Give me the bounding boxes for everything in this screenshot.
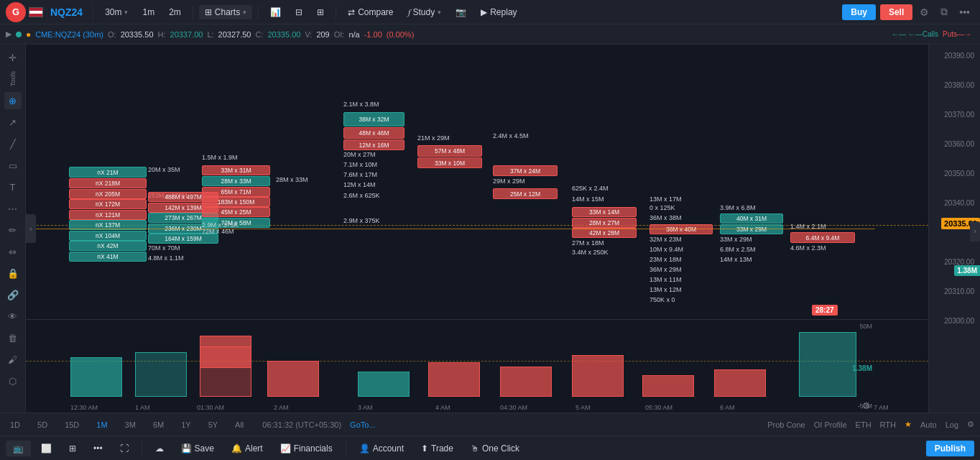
prob-cone-btn[interactable]: Prob Cone	[767, 420, 805, 429]
lock-tool[interactable]: 🔒	[4, 264, 22, 282]
layers-icon[interactable]: ⧉	[936, 4, 952, 20]
period-6m[interactable]: 6M	[149, 419, 168, 431]
sep2	[193, 5, 193, 19]
crosshair-tool[interactable]: ⊕	[4, 92, 22, 109]
trash-tool[interactable]: 🗑	[4, 329, 22, 346]
compare-btn[interactable]: ⇄ Compare	[342, 5, 399, 19]
period-5d[interactable]: 5D	[33, 419, 52, 431]
chart-settings-icon[interactable]: ⚙	[862, 400, 871, 411]
settings-icon[interactable]: ⚙	[915, 4, 933, 20]
link-tool[interactable]: 🔗	[4, 286, 22, 303]
layout-sq-icon: ⬜	[41, 443, 52, 454]
of-block: 45M x 25M	[202, 207, 270, 217]
period-1m[interactable]: 1M	[92, 419, 111, 431]
charts-menu-btn[interactable]: ⊞ Charts ▾	[199, 5, 252, 19]
rectangle-tool[interactable]: ▭	[4, 157, 22, 174]
expand-right-btn[interactable]: ›	[970, 221, 980, 242]
of-text: 2.1M x 3.8M	[343, 101, 379, 108]
magnet-tool[interactable]: ⬡	[4, 372, 22, 390]
left-sidebar: ✛ Tools ⊕ ↗ ╱ ▭ T ⋯ ✏ ⇔ 🔒 🔗 👁 🗑 🖌 ⬡	[0, 45, 26, 413]
text-tool[interactable]: T	[4, 178, 22, 196]
more-options-icon[interactable]: •••	[955, 4, 974, 20]
star-icon[interactable]: ★	[905, 420, 912, 429]
bar-type-btn[interactable]: 📊	[264, 5, 287, 19]
low-value: 20327.50	[218, 30, 251, 39]
arrow-tool[interactable]: ↗	[4, 114, 22, 131]
timer-badge: 28:27	[812, 305, 838, 316]
of-text: 14M x 13M	[720, 256, 752, 263]
period-1y[interactable]: 1Y	[177, 419, 195, 431]
oi-profile-btn[interactable]: OI Profile	[814, 420, 847, 429]
buy-button[interactable]: Buy	[842, 4, 876, 20]
price-20380: 20380.00	[944, 81, 977, 89]
bell-icon: 🔔	[231, 443, 242, 454]
measure-tool[interactable]: ⇔	[4, 243, 22, 260]
of-block: 33M x 14M	[572, 207, 637, 217]
brush-tool[interactable]: 🖌	[4, 351, 22, 368]
one-click-btn[interactable]: 🖱 One Click	[463, 441, 527, 456]
publish-btn[interactable]: Publish	[926, 441, 974, 456]
symbol-bar: ▶ ● CME:NQZ24 (30m) O: 20335.50 H: 20337…	[0, 24, 980, 45]
study-btn[interactable]: 𝑓 Study ▾	[402, 5, 448, 19]
layout-btn1[interactable]: ⊟	[290, 5, 308, 19]
change-value: -1.00	[364, 30, 382, 39]
symbol-exchange[interactable]: CME:NQZ24 (30m)	[35, 30, 103, 39]
more-icon-btn[interactable]: •••	[86, 441, 110, 456]
line-tool[interactable]: ╱	[4, 135, 22, 152]
replay-btn[interactable]: ▶ Replay	[475, 5, 522, 19]
of-text: 3.4M x 250K	[572, 249, 609, 256]
log-btn[interactable]: Log	[946, 420, 958, 429]
vol-bar-red3	[428, 362, 480, 397]
timeframe-2m-btn[interactable]: 2m	[163, 5, 187, 19]
expand-arrow-icon[interactable]: ▶	[6, 29, 11, 39]
eth-btn[interactable]: ETH	[856, 420, 872, 429]
timeframe-1m-btn[interactable]: 1m	[137, 5, 160, 19]
flag-icon	[29, 7, 43, 17]
cursor-tool[interactable]: ✛	[4, 49, 22, 66]
chart-canvas[interactable]: nX 21M nX 218M nX 205M nX 172M nX 121M n…	[26, 45, 928, 413]
layout-btn2[interactable]: ⊞	[311, 5, 330, 19]
period-all[interactable]: All	[231, 419, 248, 431]
fullscreen-btn[interactable]: ⛶	[113, 441, 136, 456]
rth-btn[interactable]: RTH	[880, 420, 896, 429]
timeframe-30m-btn[interactable]: 30m ▾	[99, 5, 134, 19]
sell-button[interactable]: Sell	[880, 4, 912, 20]
of-text: 12M x 14M	[343, 181, 376, 188]
of-text: 20M x 35M	[148, 166, 180, 173]
account-btn[interactable]: 👤 Account	[352, 441, 411, 456]
alert-btn[interactable]: 🔔 Alert	[224, 441, 270, 456]
period-5y[interactable]: 5Y	[204, 419, 222, 431]
screenshot-btn[interactable]: 📷	[450, 5, 472, 19]
close-value: 20335.00	[267, 30, 300, 39]
logo-button[interactable]: G	[6, 2, 26, 22]
of-text: 36M x 38M	[650, 214, 682, 221]
layout-icon-btn[interactable]: ⬜	[34, 441, 59, 456]
auto-btn[interactable]: Auto	[920, 420, 937, 429]
pencil-tool[interactable]: ✏	[4, 221, 22, 239]
grid-icon-btn[interactable]: ⊞	[62, 441, 83, 456]
vol-bar-red1	[200, 336, 251, 368]
tv-icon-btn[interactable]: 📺	[6, 441, 31, 456]
period-1d[interactable]: 1D	[6, 419, 24, 431]
price-axis: 20390.00 20380.00 20370.00 20360.00 2035…	[928, 45, 980, 413]
sep2	[346, 441, 346, 456]
eye-tool[interactable]: 👁	[4, 308, 22, 325]
of-text: 13M x 12M	[650, 286, 682, 293]
collapse-left-btn[interactable]: ‹	[26, 214, 36, 243]
trade-btn[interactable]: ⬆ Trade	[414, 441, 461, 456]
vol-bar-red6	[642, 375, 694, 397]
cloud-icon-btn[interactable]: ☁	[148, 441, 171, 456]
of-block: 33M x 10M	[417, 157, 482, 168]
financials-btn[interactable]: 📈 Financials	[273, 441, 340, 456]
period-3m[interactable]: 3M	[121, 419, 140, 431]
vol-bar-red5	[572, 355, 624, 397]
save-btn[interactable]: 💾 Save	[174, 441, 221, 456]
symbol-label[interactable]: NQZ24	[50, 6, 83, 18]
goto-button[interactable]: GoTo...	[350, 420, 375, 429]
period-15d[interactable]: 15D	[60, 419, 83, 431]
dotted-line-tool[interactable]: ⋯	[4, 200, 22, 217]
of-block: nX 104M	[69, 231, 147, 241]
timestamp-label: 06:31:32 (UTC+05:30)	[262, 420, 341, 429]
chart-gear-icon[interactable]: ⚙	[967, 420, 974, 429]
save-icon: 💾	[181, 443, 192, 454]
